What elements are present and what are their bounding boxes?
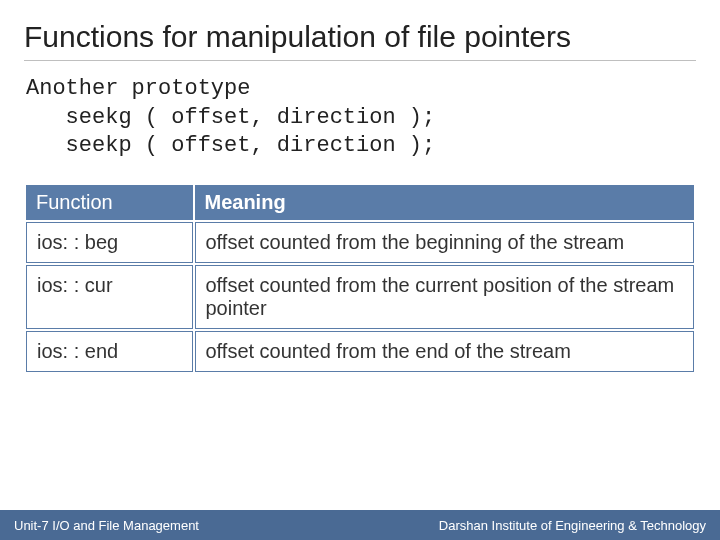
seek-direction-table: Function Meaning ios: : beg offset count…: [24, 183, 696, 374]
footer-right: Darshan Institute of Engineering & Techn…: [439, 518, 706, 533]
table-row: ios: : cur offset counted from the curre…: [26, 265, 694, 329]
th-function: Function: [26, 185, 193, 220]
cell-meaning: offset counted from the current position…: [195, 265, 695, 329]
footer-left: Unit-7 I/O and File Management: [14, 518, 199, 533]
prototype-code: Another prototype seekg ( offset, direct…: [24, 75, 696, 161]
slide-footer: Unit-7 I/O and File Management Darshan I…: [0, 510, 720, 540]
slide-container: Functions for manipulation of file point…: [0, 0, 720, 540]
cell-function: ios: : beg: [26, 222, 193, 263]
table-header-row: Function Meaning: [26, 185, 694, 220]
cell-function: ios: : cur: [26, 265, 193, 329]
cell-meaning: offset counted from the beginning of the…: [195, 222, 695, 263]
cell-function: ios: : end: [26, 331, 193, 372]
th-meaning: Meaning: [195, 185, 695, 220]
page-title: Functions for manipulation of file point…: [24, 20, 696, 61]
cell-meaning: offset counted from the end of the strea…: [195, 331, 695, 372]
table-row: ios: : end offset counted from the end o…: [26, 331, 694, 372]
table-row: ios: : beg offset counted from the begin…: [26, 222, 694, 263]
